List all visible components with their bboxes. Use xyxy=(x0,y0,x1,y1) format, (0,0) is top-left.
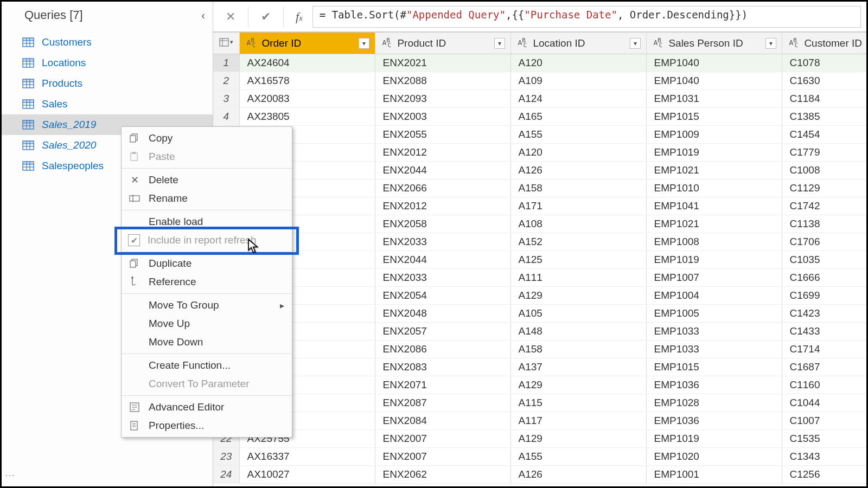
table-row[interactable]: 3AX20083ENX2093A124EMP1031C1184 xyxy=(213,90,866,108)
column-header[interactable]: ABC Customer ID ▾ xyxy=(782,33,866,54)
cell[interactable]: ENX2044 xyxy=(375,251,510,269)
cell[interactable]: A126 xyxy=(510,162,646,179)
cell[interactable]: A120 xyxy=(510,144,646,162)
cell[interactable]: A105 xyxy=(510,305,646,323)
cell[interactable]: EMP1040 xyxy=(646,72,782,90)
data-grid[interactable]: ▾ ABC Order ID ▾ ABC Product ID ▾ ABC Lo… xyxy=(213,32,866,486)
filter-dropdown-icon[interactable]: ▾ xyxy=(494,38,505,49)
cell[interactable]: EMP1036 xyxy=(646,376,782,394)
menu-move-down[interactable]: Move Down xyxy=(122,333,292,351)
menu-move-to-group[interactable]: Move To Group xyxy=(122,296,292,314)
cell[interactable]: EMP1036 xyxy=(646,412,782,430)
column-header[interactable]: ABC Sales Person ID ▾ xyxy=(646,33,782,54)
cell[interactable]: C1007 xyxy=(782,412,866,430)
row-number[interactable]: 4 xyxy=(213,108,239,126)
table-row[interactable]: 23AX16337ENX2007A155EMP1020C1343 xyxy=(213,448,866,466)
cell[interactable]: EMP1028 xyxy=(646,394,782,412)
cell[interactable]: C1008 xyxy=(782,162,866,179)
cell[interactable]: A111 xyxy=(510,269,646,287)
cell[interactable]: C1699 xyxy=(782,287,866,305)
cell[interactable]: C1714 xyxy=(782,341,866,358)
cell[interactable]: EMP1019 xyxy=(646,251,782,269)
table-row[interactable]: 11ENX2033A152EMP1008C1706 xyxy=(213,233,866,251)
collapse-sidebar-icon[interactable]: ‹ xyxy=(201,9,205,22)
table-row[interactable]: 15ENX2048A105EMP1005C1423 xyxy=(213,305,866,323)
cell[interactable]: ENX2007 xyxy=(375,430,510,448)
cell[interactable]: C1035 xyxy=(782,251,866,269)
menu-include-refresh[interactable]: ✔ Include in report refresh xyxy=(122,231,292,249)
filter-dropdown-icon[interactable]: ▾ xyxy=(359,38,369,49)
row-number[interactable]: 1 xyxy=(213,54,239,72)
cell[interactable]: C1343 xyxy=(782,448,866,466)
cell[interactable]: ENX2003 xyxy=(375,108,510,126)
row-number[interactable]: 24 xyxy=(213,466,239,484)
cell[interactable]: C1535 xyxy=(782,430,866,448)
cell[interactable]: ENX2048 xyxy=(375,305,510,323)
table-row[interactable]: 18ENX2083A137EMP1015C1687 xyxy=(213,358,866,376)
cell[interactable]: A129 xyxy=(510,430,646,448)
cell[interactable]: ENX2066 xyxy=(375,179,510,197)
cell[interactable]: A165 xyxy=(510,108,646,126)
cell[interactable]: A117 xyxy=(510,412,646,430)
table-row[interactable]: 20ENX2087A115EMP1028C1044 xyxy=(213,394,866,412)
cell[interactable]: A125 xyxy=(510,251,646,269)
cell[interactable]: EMP1019 xyxy=(646,430,782,448)
cell[interactable]: A109 xyxy=(510,72,646,90)
menu-enable-load[interactable]: Enable load xyxy=(122,213,292,231)
cell[interactable]: EMP1041 xyxy=(646,197,782,215)
cell[interactable]: ENX2033 xyxy=(375,269,510,287)
cell[interactable]: EMP1001 xyxy=(646,466,782,484)
cell[interactable]: ENX2062 xyxy=(375,466,510,484)
cell[interactable]: ENX2012 xyxy=(375,197,510,215)
formula-input[interactable]: = Table.Sort(#"Appended Query",{{"Purcha… xyxy=(312,6,861,28)
table-row[interactable]: 4AX23805ENX2003A165EMP1015C1385 xyxy=(213,108,866,126)
cell[interactable]: C1706 xyxy=(782,233,866,251)
cell[interactable]: A108 xyxy=(510,215,646,233)
cell[interactable]: C1160 xyxy=(782,376,866,394)
table-row[interactable]: 17ENX2086A158EMP1033C1714 xyxy=(213,341,866,358)
cell[interactable]: AX23805 xyxy=(239,108,375,126)
corner-cell[interactable]: ▾ xyxy=(213,33,239,54)
cell[interactable]: A171 xyxy=(510,197,646,215)
query-item[interactable]: Products xyxy=(2,73,213,94)
fx-icon[interactable]: fx xyxy=(289,10,309,24)
cell[interactable]: EMP1010 xyxy=(646,179,782,197)
cell[interactable]: ENX2071 xyxy=(375,376,510,394)
cell[interactable]: ENX2021 xyxy=(375,54,510,72)
cell[interactable]: C1184 xyxy=(782,90,866,108)
cell[interactable]: A129 xyxy=(510,376,646,394)
cell[interactable]: ENX2086 xyxy=(375,341,510,358)
table-row[interactable]: 16ENX2057A148EMP1033C1433 xyxy=(213,323,866,341)
cell[interactable]: A155 xyxy=(510,448,646,466)
filter-dropdown-icon[interactable]: ▾ xyxy=(630,38,641,49)
formula-cancel-button[interactable]: ✕ xyxy=(219,6,242,28)
cell[interactable]: C1742 xyxy=(782,197,866,215)
cell[interactable]: C1256 xyxy=(782,466,866,484)
query-item[interactable]: Locations xyxy=(2,53,213,73)
cell[interactable]: ENX2044 xyxy=(375,162,510,179)
row-number[interactable]: 2 xyxy=(213,72,239,90)
menu-advanced-editor[interactable]: Advanced Editor xyxy=(122,398,292,416)
cell[interactable]: EMP1004 xyxy=(646,287,782,305)
row-number[interactable]: 23 xyxy=(213,448,239,466)
cell[interactable]: ENX2012 xyxy=(375,144,510,162)
cell[interactable]: C1779 xyxy=(782,144,866,162)
table-row[interactable]: 7ENX2044A126EMP1021C1008 xyxy=(213,162,866,179)
column-header[interactable]: ABC Product ID ▾ xyxy=(375,33,510,54)
table-row[interactable]: 21ENX2084A117EMP1036C1007 xyxy=(213,412,866,430)
cell[interactable]: C1385 xyxy=(782,108,866,126)
menu-rename[interactable]: Rename xyxy=(122,189,292,208)
formula-commit-button[interactable]: ✔ xyxy=(254,6,278,28)
cell[interactable]: EMP1019 xyxy=(646,144,782,162)
cell[interactable]: ENX2088 xyxy=(375,72,510,90)
cell[interactable]: C1078 xyxy=(782,54,866,72)
menu-move-up[interactable]: Move Up xyxy=(122,314,292,333)
cell[interactable]: EMP1033 xyxy=(646,323,782,341)
cell[interactable]: C1423 xyxy=(782,305,866,323)
cell[interactable]: AX20083 xyxy=(239,90,375,108)
table-row[interactable]: 13ENX2033A111EMP1007C1666 xyxy=(213,269,866,287)
table-row[interactable]: 12ENX2044A125EMP1019C1035 xyxy=(213,251,866,269)
cell[interactable]: ENX2058 xyxy=(375,215,510,233)
cell[interactable]: C1433 xyxy=(782,323,866,341)
cell[interactable]: ENX2084 xyxy=(375,412,510,430)
